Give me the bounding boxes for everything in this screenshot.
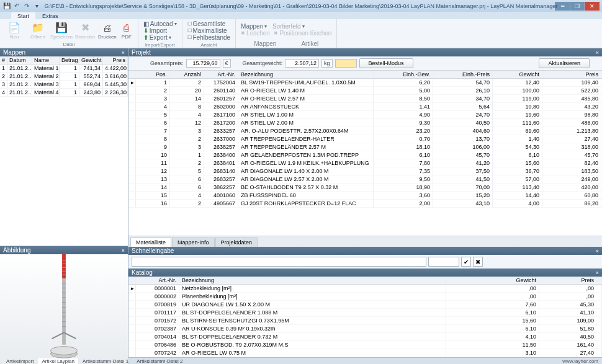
aktualisieren-button[interactable]: Aktualisieren: [539, 58, 590, 68]
table-row[interactable]: 1012638400AR GELAENDERPFOSTEN 1.3M POD.T…: [128, 151, 602, 159]
table-row[interactable]: 3142601257AR O-RIEGEL LW 2.57 M8,5034,70…: [128, 95, 602, 103]
footer-url: www.layher.com: [562, 358, 602, 364]
bt-artikelimport[interactable]: Artikelimport: [2, 358, 37, 364]
table-row[interactable]: ▸0000001Netzbekleidung [m²],00,00: [128, 285, 602, 293]
export-item[interactable]: ⬆Export ▾: [142, 34, 178, 41]
subtab-projektdaten[interactable]: Projektdaten: [215, 237, 258, 247]
save-button[interactable]: 💾Speichern: [51, 22, 72, 40]
tab-extras[interactable]: Extras: [36, 12, 65, 19]
table-row[interactable]: 2202601140AR O-RIEGEL LW 1.40 M5,0026,10…: [128, 87, 602, 95]
table-row[interactable]: 0701572BL STIRN-SEITENSCHUTZGI 0.73X1.95…: [128, 317, 602, 325]
col-einhgew[interactable]: Einh.-Gew.: [374, 71, 433, 78]
gesamtgewicht-input[interactable]: [285, 59, 319, 68]
gesamtliste-item[interactable]: ☐ Gesamtliste: [186, 20, 232, 27]
gesamtpreis-label: Gesamtpreis:: [150, 60, 184, 66]
table-row[interactable]: 1122638401AR O-RIEGEL LW 1.9 M KEILK.+HA…: [128, 159, 602, 167]
table-row[interactable]: 0700819UR DIAGONALE LW 1.50 X 2.00 M7,60…: [128, 301, 602, 309]
table-row[interactable]: 121.01.2…Material 11741,344.422,00: [0, 64, 128, 73]
autocad-item[interactable]: ◧Autocad ▾: [142, 20, 178, 27]
col-idx[interactable]: #: [0, 56, 7, 64]
bt-artikelstamm-1[interactable]: Artikelstamm-Datei 1: [79, 358, 132, 364]
col-einhpreis[interactable]: Einh.-Preis: [433, 71, 493, 78]
col-anzahl[interactable]: Anzahl: [170, 71, 204, 78]
table-row[interactable]: 1624905667GJ 20ST ROHRKLAPPSTECKER D=12 …: [128, 200, 602, 208]
katalog-header: Katalog×: [128, 269, 602, 277]
table-row[interactable]: 0000002Planenbekleidung [m²],00,00: [128, 293, 602, 301]
col-bez[interactable]: Bezeichnung: [238, 71, 374, 78]
new-button[interactable]: 📄Neu: [4, 22, 25, 40]
bt-artikelstamm-2[interactable]: Artikelstamm-Datei 2: [133, 358, 186, 364]
panel-close-icon[interactable]: ×: [122, 50, 125, 56]
import-item[interactable]: ⬇Import: [142, 27, 178, 34]
table-row[interactable]: 1463862257BE O-STAHLBODEN T9 2.57 X 0.32…: [128, 184, 602, 192]
col-kat-bez[interactable]: Bezeichnung: [179, 277, 446, 284]
table-row[interactable]: 732633257AR. O-ALU PODESTTR. 2.57X2.00X0…: [128, 127, 602, 135]
panel-close-icon[interactable]: ×: [596, 270, 599, 276]
table-row[interactable]: 1252683140AR DIAGONALE LW 1.40 X 2.00 M7…: [128, 167, 602, 175]
subtab-materialliste[interactable]: Materialliste: [130, 237, 171, 247]
table-row[interactable]: 0707242AR O-RIEGEL LW 0.75 M3,1027,40: [128, 349, 602, 357]
schnell-input-1[interactable]: [132, 257, 426, 267]
gesamtpreis-input[interactable]: [186, 59, 220, 68]
filter-input[interactable]: [335, 59, 357, 68]
ribbon-tabs: Start Extras: [0, 12, 602, 19]
panel-close-icon[interactable]: ×: [596, 50, 599, 56]
table-row[interactable]: 6122617200AR STIEL LW 2.00 M9,3040,50111…: [128, 119, 602, 127]
print-button[interactable]: 🖨Drucken: [98, 22, 117, 40]
col-pos[interactable]: Pos.: [136, 71, 170, 78]
schnell-input-2[interactable]: [428, 257, 459, 267]
subtab-mappen-info[interactable]: Mappen-Info: [172, 237, 215, 247]
bt-artikel-layplan[interactable]: Artikel Layplan: [38, 358, 78, 364]
table-row[interactable]: 542617100AR STIEL LW 1.00 M4,9024,7019,6…: [128, 111, 602, 119]
svg-point-18: [51, 347, 78, 355]
table-row[interactable]: 321.01.2…Material 31969,045.445,30: [0, 81, 128, 89]
bestell-modus-button[interactable]: Bestell-Modus: [359, 58, 413, 68]
open-button[interactable]: 📁Öffnen: [27, 22, 48, 40]
pdf-button[interactable]: ⎙PDF: [119, 22, 134, 40]
col-datum[interactable]: Datum: [7, 56, 32, 64]
col-artnr[interactable]: Art.-Nr.: [204, 71, 238, 78]
table-row[interactable]: 482602000AR ANFANGSSTUECK1,415,6410,8043…: [128, 103, 602, 111]
maximalliste-item[interactable]: ☐ Maximalliste: [186, 27, 232, 34]
col-preis[interactable]: Preis: [542, 71, 601, 78]
col-gewicht[interactable]: Gewicht: [79, 56, 103, 64]
qat-dropdown-icon[interactable]: ▾: [32, 2, 41, 11]
panel-close-icon[interactable]: ×: [122, 247, 125, 254]
katalog-grid[interactable]: Art.-Nr. Bezeichnung Gewicht Preis ▸0000…: [128, 277, 602, 357]
col-kat-gew[interactable]: Gewicht: [446, 277, 539, 284]
close-button[interactable]: ✕: [585, 2, 600, 11]
col-preis[interactable]: Preis: [103, 56, 128, 64]
table-row[interactable]: 0701117BL ST-DOPPELGELAENDER 1.088 M6,10…: [128, 309, 602, 317]
tab-start[interactable]: Start: [11, 12, 35, 19]
table-row[interactable]: 221.01.2…Material 21552,743.616,00: [0, 73, 128, 81]
col-name[interactable]: Name: [32, 56, 60, 64]
qat-redo-icon[interactable]: ↷: [22, 2, 31, 11]
mappen-dd[interactable]: Mappen ▾ Sortierfeld ▾: [240, 23, 333, 30]
ribbon: 📄Neu 📁Öffnen 💾Speichern ✖Beenden 🖨Drucke…: [0, 19, 602, 48]
table-row[interactable]: 1544001060ZB FUSSSPINDEL 603,6015,2014,4…: [128, 192, 602, 200]
table-row[interactable]: 822637000AR TREPPENGELAENDER-HALTER0,701…: [128, 135, 602, 143]
schnell-cancel-button[interactable]: ✖: [473, 257, 483, 267]
quit-button[interactable]: ✖Beenden: [74, 22, 96, 40]
table-row[interactable]: ▸121752004BL SW19-TREPPEN-UMLAUFGEL. 1.0…: [128, 79, 602, 87]
maximize-button[interactable]: ❐: [570, 2, 585, 11]
qat-undo-icon[interactable]: ↶: [12, 2, 21, 11]
fehlbestaende-item[interactable]: ☐ Fehlbestände: [186, 34, 232, 41]
schnell-check-button[interactable]: ✔: [461, 257, 471, 267]
col-kat-artnr[interactable]: Art.-Nr.: [136, 277, 179, 284]
panel-close-icon[interactable]: ×: [596, 248, 599, 254]
table-row[interactable]: 0702387AR U-KONSOLE 0.39 M² 0.19x0.32m6,…: [128, 325, 602, 333]
table-row[interactable]: 0706486BE O-ROBUSTBOD. T9 2.07X0.319M M.…: [128, 341, 602, 349]
table-row[interactable]: 421.01.2…Material 41243,802.236,30: [0, 89, 128, 97]
table-row[interactable]: 1362683257AR DIAGONALE LW 2.57 X 2.00 M9…: [128, 175, 602, 184]
exit-icon: ✖: [79, 22, 91, 34]
gesamtgewicht-label: Gesamtgewicht:: [243, 60, 283, 66]
projekt-grid[interactable]: Pos. Anzahl Art.-Nr. Bezeichnung Einh.-G…: [128, 71, 602, 236]
mappen-grid[interactable]: # Datum Name Betrag Gewicht Preis 121.01…: [0, 56, 128, 246]
qat-save-icon[interactable]: 💾: [2, 2, 11, 11]
table-row[interactable]: 0704014BL ST-DOPPELGELAENDER 0.732 M4,10…: [128, 333, 602, 341]
col-betrag[interactable]: Betrag: [60, 56, 79, 64]
col-gewicht[interactable]: Gewicht: [493, 71, 542, 78]
table-row[interactable]: 932638257AR TREPPENGELÄNDER 2.57 M18,101…: [128, 143, 602, 151]
col-kat-preis[interactable]: Preis: [539, 277, 602, 284]
